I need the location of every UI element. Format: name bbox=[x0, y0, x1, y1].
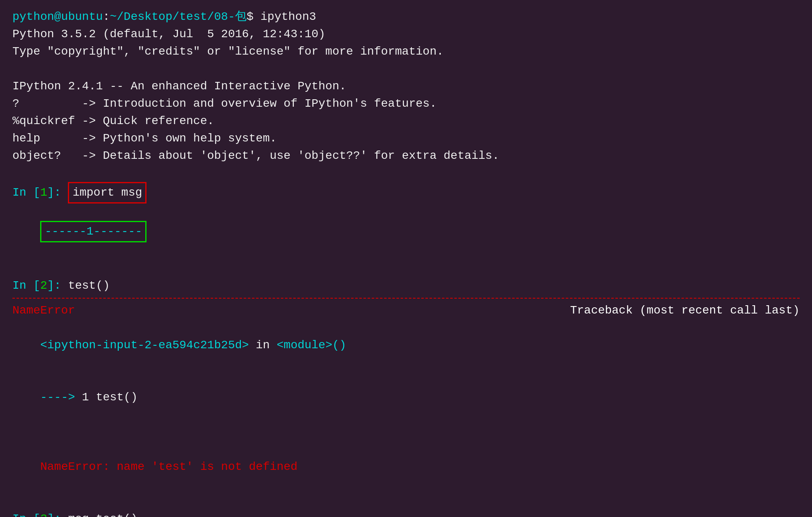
terminal-window: python@ubuntu:~/Desktop/test/08-包$ ipyth… bbox=[12, 8, 800, 517]
help-item-1: %quickref -> Quick reference. bbox=[12, 112, 800, 130]
help-item-2: help -> Python's own help system. bbox=[12, 130, 800, 147]
name-error-message: NameError: name 'test' is not defined bbox=[40, 460, 298, 473]
dollar: $ bbox=[247, 8, 261, 26]
in-label-2: In [ bbox=[12, 277, 40, 294]
error-module-text: <module>() bbox=[277, 339, 346, 352]
in-label-3: In [ bbox=[12, 510, 40, 517]
help-item-3: object? -> Details about 'object', use '… bbox=[12, 147, 800, 165]
in-number-1: 1 bbox=[40, 184, 47, 201]
user-host: python@ubuntu bbox=[12, 8, 103, 26]
error-file-line: <ipython-input-2-ea594c21b25d> in <modul… bbox=[12, 319, 800, 371]
error-type: NameError bbox=[12, 302, 75, 319]
help-item-0: ? -> Introduction and overview of IPytho… bbox=[12, 95, 800, 112]
import-msg-box: import msg bbox=[68, 182, 147, 203]
import-msg-text: import msg bbox=[72, 186, 142, 199]
in-label-1: In [ bbox=[12, 184, 40, 201]
ipython-version-line: IPython 2.4.1 -- An enhanced Interactive… bbox=[12, 78, 800, 95]
path: ~/Desktop/test/08-包 bbox=[110, 8, 246, 26]
cell-2-input-line: In [2]: test() bbox=[12, 277, 800, 294]
error-message-line: NameError: name 'test' is not defined bbox=[12, 441, 800, 493]
traceback-label: Traceback (most recent call last) bbox=[570, 302, 800, 319]
in-bracket-3: ]: bbox=[47, 510, 68, 517]
cell-3-input-line: In [3]: msg.test() bbox=[12, 510, 800, 517]
output-1-box: ------1------- bbox=[40, 221, 147, 242]
in-number-2: 2 bbox=[40, 277, 47, 294]
cell-2-code: test() bbox=[68, 277, 110, 294]
cell-3-code: msg.test() bbox=[68, 510, 137, 517]
in-number-3: 3 bbox=[40, 510, 47, 517]
copyright-line: Type "copyright", "credits" or "license"… bbox=[12, 43, 800, 60]
python-version-line: Python 3.5.2 (default, Jul 5 2016, 12:43… bbox=[12, 26, 800, 43]
error-arrow-line: ----> 1 test() bbox=[12, 371, 800, 424]
cell-1-input-line: In [1]: import msg bbox=[12, 182, 800, 203]
in-bracket-2: ]: bbox=[47, 277, 68, 294]
error-file-text: <ipython-input-2-ea594c21b25d> bbox=[40, 339, 249, 352]
colon: : bbox=[103, 8, 110, 26]
arrow-symbol: ----> bbox=[40, 391, 82, 404]
in-bracket-1: ]: bbox=[47, 184, 68, 201]
arrow-code: 1 test() bbox=[82, 391, 137, 404]
command: ipython3 bbox=[260, 8, 316, 26]
error-in-text: in bbox=[249, 339, 276, 352]
initial-prompt-line: python@ubuntu:~/Desktop/test/08-包$ ipyth… bbox=[12, 8, 800, 26]
error-separator bbox=[12, 298, 800, 299]
traceback-header-line: NameError Traceback (most recent call la… bbox=[12, 302, 800, 319]
cell-1-output-line: ------1------- bbox=[12, 203, 800, 260]
